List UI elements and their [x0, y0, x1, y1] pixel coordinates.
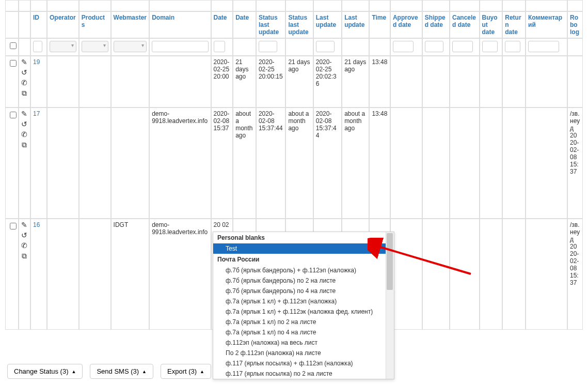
filter-approved[interactable]	[393, 41, 414, 52]
button-label: Send SMS (3)	[97, 367, 139, 375]
cell-date-rel: about a month ago	[233, 107, 256, 219]
edit-icon[interactable]: ✎	[21, 221, 27, 228]
col-date2[interactable]: Date	[233, 11, 256, 38]
dropdown-item[interactable]: ф.7б (ярлык бандероль) по 2 на листе	[213, 275, 394, 286]
col-status-last-update2[interactable]: Status last update	[285, 11, 313, 38]
row-checkbox[interactable]	[10, 223, 17, 229]
export-button[interactable]: Export (3) ▲	[161, 364, 211, 379]
caret-up-icon: ▲	[142, 369, 147, 374]
copy-icon[interactable]: ⧉	[22, 252, 27, 259]
col-canceled[interactable]: Canceled date	[450, 11, 480, 38]
col-webmaster[interactable]: Webmaster	[111, 11, 150, 38]
filter-domain[interactable]	[152, 41, 208, 52]
dropdown-item[interactable]: ф.7а (ярлык 1 кл) + ф.112эк (наложка фед…	[213, 306, 394, 317]
dropdown-item[interactable]: ф.7б (ярлык бандероль) по 4 на листе	[213, 286, 394, 296]
cell-date: 2020-02-08 15:37	[211, 107, 233, 219]
cell-operator	[47, 107, 79, 219]
send-sms-button[interactable]: Send SMS (3) ▲	[90, 364, 153, 379]
col-operator[interactable]: Operator	[47, 11, 79, 38]
cell-slu-rel: 21 days ago	[285, 56, 313, 107]
id-link[interactable]: 19	[33, 58, 40, 66]
col-date[interactable]: Date	[211, 11, 233, 38]
col-approved[interactable]: Approved date	[390, 11, 422, 38]
cell-slu: 2020-02-25 20:00:15	[256, 56, 286, 107]
copy-icon[interactable]: ⧉	[22, 141, 27, 148]
row-checkbox[interactable]	[10, 112, 17, 118]
cell-webmaster	[111, 107, 150, 219]
change-status-button[interactable]: Change Status (3) ▲	[7, 364, 83, 379]
filter-slu[interactable]	[259, 41, 277, 52]
cell-date-rel: 21 days ago	[233, 56, 256, 107]
cell-slu: 2020-02-08 15:37:44	[256, 107, 286, 219]
dropdown-item[interactable]: ф.117 (ярлык посылка) по 2 на листе	[213, 368, 394, 379]
call-icon[interactable]: ✆	[21, 131, 27, 138]
filter-webmaster[interactable]	[114, 41, 147, 52]
filter-operator[interactable]	[50, 41, 76, 52]
cell-domain: demo-9918.leadvertex.info	[149, 219, 211, 330]
filter-return[interactable]	[505, 41, 520, 52]
filter-products[interactable]	[82, 41, 108, 52]
dropdown-item[interactable]: ф.112эп (наложка) на весь лист	[213, 337, 394, 348]
row-checkbox[interactable]	[10, 60, 17, 67]
filter-lu[interactable]	[316, 41, 335, 52]
filter-comment[interactable]	[528, 41, 559, 52]
cell-lu-rel: 21 days ago	[342, 56, 369, 107]
cell-products	[79, 219, 111, 330]
col-robolog[interactable]: Robo log	[567, 11, 583, 38]
col-last-update2[interactable]: Last update	[342, 11, 369, 38]
copy-icon[interactable]: ⧉	[22, 89, 27, 97]
dropdown-item[interactable]: ф.7б (ярлык бандероль) + ф.112эп (наложк…	[213, 265, 394, 275]
col-products[interactable]: Products	[79, 11, 111, 38]
print-blanks-dropdown: Personal blanks Test Почта России ф.7б (…	[213, 232, 394, 379]
dropdown-item[interactable]: ф.117 (ярлык посылка) + ф.112эп (наложка…	[213, 358, 394, 368]
dropdown-item[interactable]: ф.7а (ярлык 1 кл) по 4 на листе	[213, 327, 394, 337]
cell-lu: 2020-02-25 20:02:36	[313, 56, 342, 107]
cell-products	[79, 107, 111, 219]
filter-shipped[interactable]	[425, 41, 443, 52]
cell-webmaster	[111, 56, 150, 107]
dropdown-item[interactable]: По 2 ф.112эп (наложка) на листе	[213, 348, 394, 358]
filter-id[interactable]	[33, 41, 42, 52]
select-all-checkbox[interactable]	[10, 42, 17, 49]
cell-date: 2020-02-25 20:00	[211, 56, 233, 107]
cell-operator	[47, 219, 79, 330]
cell-robolog	[567, 56, 583, 107]
cell-webmaster: IDGT	[111, 219, 150, 330]
col-comment[interactable]: Комментарий	[526, 11, 567, 38]
edit-icon[interactable]: ✎	[21, 58, 27, 66]
history-icon[interactable]: ↺	[21, 69, 27, 76]
filter-date[interactable]	[214, 41, 225, 52]
history-icon[interactable]: ↺	[21, 120, 27, 128]
dropdown-group-post: Почта России	[213, 254, 394, 265]
call-icon[interactable]: ✆	[21, 242, 27, 249]
col-buyout[interactable]: Buyout date	[480, 11, 503, 38]
col-status-last-update[interactable]: Status last update	[256, 11, 286, 38]
history-icon[interactable]: ↺	[21, 232, 27, 239]
cell-time: 13:48	[369, 56, 390, 107]
col-shipped[interactable]: Shipped date	[422, 11, 450, 38]
cell-domain	[149, 56, 211, 107]
caret-up-icon: ▲	[200, 369, 204, 374]
filter-buyout[interactable]	[482, 41, 498, 52]
cell-robolog: /зв. неуд 2020-02-08 15:37	[567, 219, 583, 330]
col-return[interactable]: Return date	[502, 11, 526, 38]
cell-robolog: /зв. неуд 2020-02-08 15:37	[567, 107, 583, 219]
id-link[interactable]: 17	[33, 110, 40, 117]
cell-products	[79, 56, 111, 107]
id-link[interactable]: 16	[33, 221, 40, 228]
dropdown-item[interactable]: ф.7а (ярлык 1 кл) + ф.112эп (наложка)	[213, 296, 394, 306]
table-row: ✎ ↺ ✆ ⧉ 17 demo-9918.leadvertex.info 202…	[5, 107, 583, 219]
dropdown-item-test[interactable]: Test	[213, 243, 394, 254]
cell-operator	[47, 56, 79, 107]
dropdown-scrollbar[interactable]	[386, 232, 394, 379]
col-time[interactable]: Time	[369, 11, 390, 38]
scrollbar-thumb[interactable]	[387, 233, 393, 290]
cell-time: 13:48	[369, 107, 390, 219]
call-icon[interactable]: ✆	[21, 79, 27, 86]
filter-canceled[interactable]	[452, 41, 473, 52]
col-last-update[interactable]: Last update	[313, 11, 342, 38]
col-id[interactable]: ID	[30, 11, 47, 38]
edit-icon[interactable]: ✎	[21, 110, 27, 117]
dropdown-item[interactable]: ф.7а (ярлык 1 кл) по 2 на листе	[213, 317, 394, 327]
col-domain[interactable]: Domain	[149, 11, 211, 38]
